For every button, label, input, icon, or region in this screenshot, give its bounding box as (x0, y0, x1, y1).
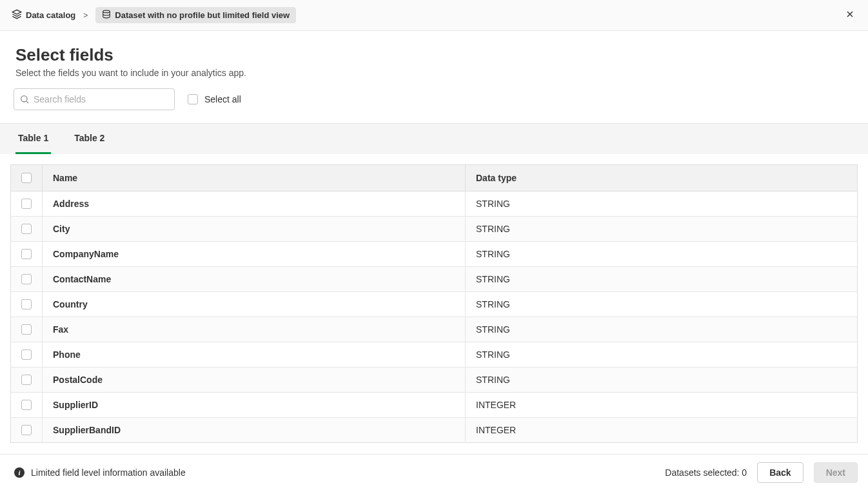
close-button[interactable] (842, 8, 858, 23)
table-row[interactable]: CountrySTRING (11, 292, 858, 317)
tabs-bar: Table 1 Table 2 (0, 123, 868, 154)
field-type: INTEGER (466, 393, 858, 418)
info-icon: i (14, 467, 25, 478)
field-type: STRING (466, 217, 858, 242)
row-checkbox[interactable] (21, 224, 32, 234)
field-name: Country (43, 292, 466, 317)
row-checkbox[interactable] (21, 400, 32, 410)
page-subtitle: Select the fields you want to include in… (15, 68, 853, 78)
row-checkbox[interactable] (21, 375, 32, 385)
footer-info-text: Limited field level information availabl… (31, 467, 186, 478)
table-row[interactable]: FaxSTRING (11, 317, 858, 342)
table-row[interactable]: CitySTRING (11, 217, 858, 242)
row-checkbox-cell (11, 418, 43, 443)
tab-table-2[interactable]: Table 2 (72, 124, 107, 154)
svg-line-5 (26, 101, 28, 103)
field-type: STRING (466, 191, 858, 217)
row-checkbox-cell (11, 368, 43, 393)
breadcrumb-dataset-label: Dataset with no profile but limited fiel… (115, 10, 290, 20)
controls-row: Select all (0, 88, 868, 123)
close-icon (845, 9, 855, 21)
breadcrumb-dataset[interactable]: Dataset with no profile but limited fiel… (95, 7, 296, 23)
field-name: Address (43, 191, 466, 217)
back-button[interactable]: Back (757, 462, 803, 483)
field-type: STRING (466, 267, 858, 292)
row-checkbox[interactable] (21, 425, 32, 435)
table-row[interactable]: PostalCodeSTRING (11, 368, 858, 393)
field-name: SupplierID (43, 393, 466, 418)
footer: i Limited field level information availa… (0, 454, 868, 490)
breadcrumb: Data catalog > Dataset with no profile b… (12, 7, 296, 23)
fields-table: Name Data type AddressSTRINGCitySTRINGCo… (10, 164, 858, 443)
field-name: Phone (43, 342, 466, 368)
footer-right: Datasets selected: 0 Back Next (665, 462, 858, 483)
field-type: STRING (466, 368, 858, 393)
row-checkbox-cell (11, 267, 43, 292)
field-type: STRING (466, 342, 858, 368)
table-row[interactable]: PhoneSTRING (11, 342, 858, 368)
field-name: PostalCode (43, 368, 466, 393)
breadcrumb-root-label: Data catalog (26, 10, 75, 20)
table-row[interactable]: AddressSTRING (11, 191, 858, 217)
field-name: SupplierBandID (43, 418, 466, 443)
field-type: STRING (466, 242, 858, 267)
table-row[interactable]: SupplierIDINTEGER (11, 393, 858, 418)
row-checkbox[interactable] (21, 199, 32, 209)
breadcrumb-root[interactable]: Data catalog (12, 9, 75, 21)
row-checkbox[interactable] (21, 349, 32, 360)
header-name[interactable]: Name (43, 165, 466, 191)
header-checkbox[interactable] (21, 173, 32, 183)
field-type: INTEGER (466, 418, 858, 443)
table-header-row: Name Data type (11, 165, 858, 191)
row-checkbox[interactable] (21, 324, 32, 335)
table-area: Name Data type AddressSTRINGCitySTRINGCo… (0, 154, 868, 453)
database-icon (102, 10, 111, 21)
title-area: Select fields Select the fields you want… (0, 31, 868, 88)
row-checkbox-cell (11, 393, 43, 418)
breadcrumb-bar: Data catalog > Dataset with no profile b… (0, 0, 868, 31)
select-all[interactable]: Select all (188, 94, 241, 104)
row-checkbox[interactable] (21, 249, 32, 259)
field-name: ContactName (43, 267, 466, 292)
field-name: City (43, 217, 466, 242)
row-checkbox-cell (11, 292, 43, 317)
search-field[interactable] (14, 88, 175, 110)
table-row[interactable]: SupplierBandIDINTEGER (11, 418, 858, 443)
svg-marker-0 (12, 10, 21, 14)
select-all-label: Select all (204, 94, 241, 104)
field-name: Fax (43, 317, 466, 342)
search-input[interactable] (34, 89, 169, 110)
breadcrumb-separator: > (82, 11, 89, 20)
row-checkbox[interactable] (21, 299, 32, 309)
next-button[interactable]: Next (814, 462, 858, 483)
table-row[interactable]: ContactNameSTRING (11, 267, 858, 292)
svg-point-1 (103, 10, 110, 13)
row-checkbox[interactable] (21, 274, 32, 284)
row-checkbox-cell (11, 242, 43, 267)
layers-icon (12, 9, 22, 21)
row-checkbox-cell (11, 342, 43, 368)
field-type: STRING (466, 317, 858, 342)
table-row[interactable]: CompanyNameSTRING (11, 242, 858, 267)
header-type[interactable]: Data type (466, 165, 858, 191)
field-type: STRING (466, 292, 858, 317)
datasets-selected-count: Datasets selected: 0 (665, 467, 747, 478)
row-checkbox-cell (11, 191, 43, 217)
footer-info: i Limited field level information availa… (14, 467, 186, 478)
header-checkbox-cell (11, 165, 43, 191)
select-all-checkbox[interactable] (188, 94, 198, 104)
tab-table-1[interactable]: Table 1 (15, 124, 51, 154)
page-title: Select fields (15, 45, 853, 65)
row-checkbox-cell (11, 217, 43, 242)
svg-point-4 (21, 96, 27, 102)
row-checkbox-cell (11, 317, 43, 342)
field-name: CompanyName (43, 242, 466, 267)
